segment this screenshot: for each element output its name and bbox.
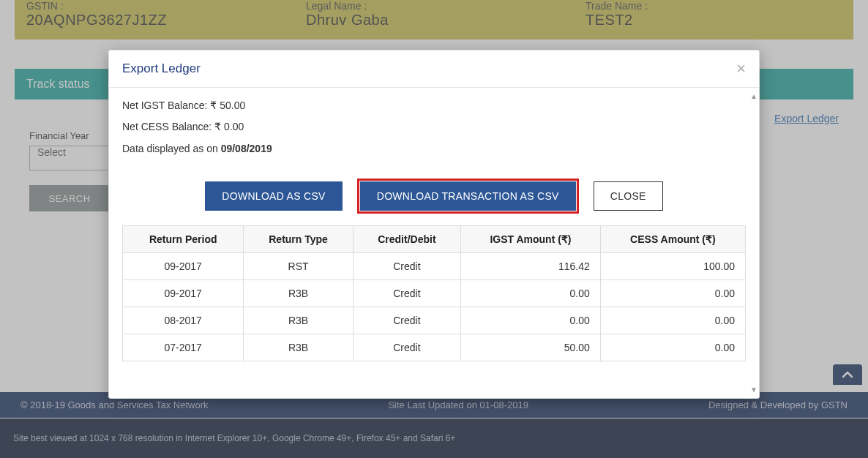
cell-return-type: RST	[244, 253, 353, 280]
export-ledger-modal: Export Ledger × Net IGST Balance: ₹ 50.0…	[108, 50, 760, 399]
cell-return-period: 09-2017	[123, 253, 244, 280]
cell-credit-debit: Credit	[353, 280, 460, 307]
table-header-row: Return Period Return Type Credit/Debit I…	[123, 226, 746, 253]
cell-return-type: R3B	[244, 307, 353, 334]
cell-credit-debit: Credit	[353, 307, 460, 334]
cell-igst-amount: 116.42	[461, 253, 601, 280]
cell-igst-amount: 0.00	[461, 307, 601, 334]
cell-return-period: 07-2017	[123, 334, 244, 361]
scroll-up-icon: ▲	[750, 92, 756, 100]
scroll-down-icon: ▼	[750, 386, 756, 394]
net-cess-balance: Net CESS Balance: ₹ 0.00	[122, 116, 746, 138]
modal-scrollbar[interactable]: ▲ ▼	[750, 92, 756, 394]
th-return-type: Return Type	[244, 226, 353, 253]
net-igst-balance: Net IGST Balance: ₹ 50.00	[122, 95, 746, 116]
modal-title: Export Ledger	[122, 61, 201, 76]
download-transaction-csv-button[interactable]: DOWNLOAD TRANSACTION AS CSV	[360, 181, 576, 211]
cell-cess-amount: 0.00	[600, 280, 745, 307]
cell-return-type: R3B	[244, 334, 353, 361]
table-row: 08-2017R3BCredit0.000.00	[123, 307, 746, 334]
data-as-on: Data displayed as on 09/08/2019	[122, 138, 746, 159]
download-csv-button[interactable]: DOWNLOAD AS CSV	[205, 181, 342, 211]
cell-return-period: 08-2017	[123, 307, 244, 334]
cell-return-type: R3B	[244, 280, 353, 307]
table-row: 09-2017R3BCredit0.000.00	[123, 280, 746, 307]
cell-credit-debit: Credit	[353, 253, 460, 280]
cell-return-period: 09-2017	[123, 280, 244, 307]
th-return-period: Return Period	[123, 226, 244, 253]
cell-cess-amount: 0.00	[600, 307, 745, 334]
close-icon[interactable]: ×	[736, 61, 746, 77]
close-button[interactable]: CLOSE	[594, 181, 663, 211]
cell-credit-debit: Credit	[353, 334, 460, 361]
cell-igst-amount: 50.00	[461, 334, 601, 361]
table-row: 09-2017RSTCredit116.42100.00	[123, 253, 746, 280]
th-credit-debit: Credit/Debit	[353, 226, 460, 253]
cell-cess-amount: 100.00	[600, 253, 745, 280]
cell-cess-amount: 0.00	[600, 334, 745, 361]
cell-igst-amount: 0.00	[461, 280, 601, 307]
table-row: 07-2017R3BCredit50.000.00	[123, 334, 746, 361]
th-cess-amount: CESS Amount (₹)	[600, 226, 745, 253]
th-igst-amount: IGST Amount (₹)	[461, 226, 601, 253]
ledger-table: Return Period Return Type Credit/Debit I…	[122, 225, 746, 361]
